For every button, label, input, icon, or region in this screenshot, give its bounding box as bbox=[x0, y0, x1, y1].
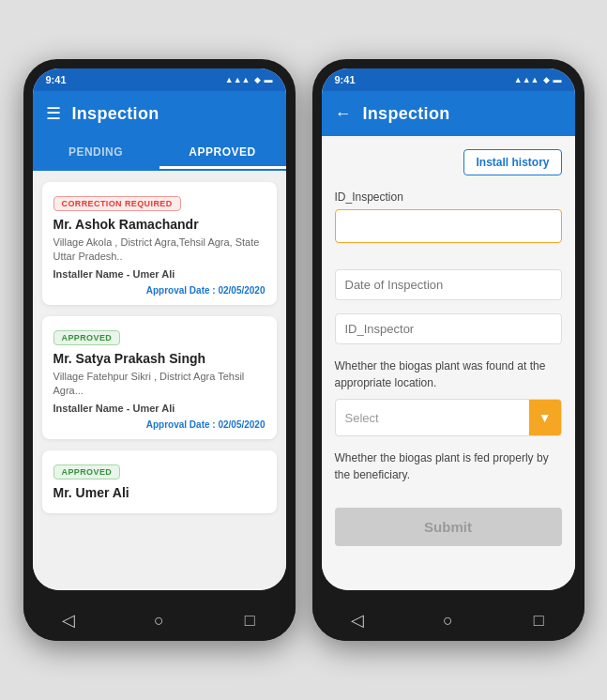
left-status-bar: 9:41 ▲▲▲ ◆ ▬ bbox=[33, 68, 286, 91]
card-installer-1: Installer Name - Umer Ali bbox=[53, 268, 266, 280]
right-app-bar: ← Inspection bbox=[322, 91, 575, 136]
right-status-icons: ▲▲▲ ◆ ▬ bbox=[514, 75, 562, 84]
card-address-1: Village Akola , District Agra,Tehsil Agr… bbox=[53, 236, 266, 265]
submit-button[interactable]: Submit bbox=[335, 508, 562, 546]
back-nav-icon[interactable]: ◁ bbox=[50, 607, 87, 633]
left-wifi-icon: ◆ bbox=[254, 75, 261, 84]
card-address-2: Village Fatehpur Sikri , District Agra T… bbox=[53, 370, 266, 399]
question1-text: Whether the biogas plant was found at th… bbox=[335, 358, 562, 391]
recents-nav-icon[interactable]: □ bbox=[231, 607, 268, 633]
question1-group: Whether the biogas plant was found at th… bbox=[335, 358, 562, 436]
left-bottom-nav: ◁ ○ □ bbox=[23, 600, 296, 641]
right-back-nav-icon[interactable]: ◁ bbox=[339, 607, 376, 633]
right-bottom-nav: ◁ ○ □ bbox=[312, 600, 584, 641]
id-inspector-field-group bbox=[335, 313, 562, 344]
right-status-time: 9:41 bbox=[335, 74, 356, 85]
left-app-bar: ☰ Inspection bbox=[33, 91, 286, 136]
card-installer-2: Installer Name - Umer Ali bbox=[53, 403, 266, 414]
right-battery-icon: ▬ bbox=[554, 75, 562, 84]
date-inspection-input[interactable] bbox=[335, 269, 562, 300]
tab-pending[interactable]: PENDING bbox=[33, 136, 159, 169]
right-recents-nav-icon[interactable]: □ bbox=[520, 607, 557, 633]
right-wifi-icon: ◆ bbox=[543, 75, 550, 84]
id-inspector-input[interactable] bbox=[335, 313, 562, 344]
question1-select-text: Select bbox=[336, 403, 529, 433]
chevron-down-icon: ▼ bbox=[539, 410, 552, 425]
card-2[interactable]: APPROVED Mr. Satya Prakash Singh Village… bbox=[42, 316, 277, 439]
hamburger-icon[interactable]: ☰ bbox=[46, 103, 61, 124]
question2-group: Whether the biogas plant is fed properly… bbox=[335, 449, 562, 491]
right-app-title: Inspection bbox=[363, 104, 450, 124]
scene: 9:41 ▲▲▲ ◆ ▬ ☰ Inspection PENDING APPROV… bbox=[0, 0, 607, 700]
question2-text: Whether the biogas plant is fed properly… bbox=[335, 449, 562, 483]
left-status-time: 9:41 bbox=[46, 74, 67, 85]
left-battery-icon: ▬ bbox=[265, 75, 273, 84]
left-signal-icon: ▲▲▲ bbox=[225, 75, 250, 84]
badge-correction-1: CORRECTION REQUIRED bbox=[53, 196, 181, 211]
id-inspection-input-wrapper bbox=[335, 209, 562, 243]
card-name-2: Mr. Satya Prakash Singh bbox=[53, 351, 266, 366]
id-inspection-field-group: ID_Inspection bbox=[335, 190, 562, 256]
left-phone-inner: 9:41 ▲▲▲ ◆ ▬ ☰ Inspection PENDING APPROV… bbox=[33, 68, 286, 590]
card-1[interactable]: CORRECTION REQUIRED Mr. Ashok Ramachandr… bbox=[42, 182, 277, 305]
left-phone: 9:41 ▲▲▲ ◆ ▬ ☰ Inspection PENDING APPROV… bbox=[23, 59, 296, 641]
right-home-nav-icon[interactable]: ○ bbox=[429, 607, 466, 633]
question1-dropdown-arrow[interactable]: ▼ bbox=[529, 400, 561, 435]
home-nav-icon[interactable]: ○ bbox=[140, 607, 177, 633]
right-signal-icon: ▲▲▲ bbox=[514, 75, 539, 84]
card-3[interactable]: APPROVED Mr. Umer Ali bbox=[42, 450, 277, 513]
badge-approved-3: APPROVED bbox=[53, 464, 121, 479]
right-phone: 9:41 ▲▲▲ ◆ ▬ ← Inspection Install histor… bbox=[312, 59, 584, 641]
id-inspection-input[interactable] bbox=[345, 220, 552, 234]
question1-select-wrapper[interactable]: Select ▼ bbox=[335, 399, 562, 436]
back-arrow-icon[interactable]: ← bbox=[335, 104, 352, 124]
right-phone-inner: 9:41 ▲▲▲ ◆ ▬ ← Inspection Install histor… bbox=[322, 68, 575, 590]
left-status-icons: ▲▲▲ ◆ ▬ bbox=[225, 75, 273, 84]
install-history-button[interactable]: Install history bbox=[463, 149, 561, 175]
id-inspection-label: ID_Inspection bbox=[335, 190, 562, 204]
card-date-1: Approval Date : 02/05/2020 bbox=[53, 285, 266, 296]
right-status-bar: 9:41 ▲▲▲ ◆ ▬ bbox=[322, 68, 575, 91]
card-name-1: Mr. Ashok Ramachandr bbox=[53, 217, 266, 232]
date-inspection-field-group bbox=[335, 269, 562, 300]
tabs-bar: PENDING APPROVED bbox=[33, 136, 286, 171]
tab-approved[interactable]: APPROVED bbox=[159, 136, 286, 169]
inspection-form: Install history ID_Inspection bbox=[322, 136, 575, 590]
card-date-2: Approval Date : 02/05/2020 bbox=[53, 419, 266, 430]
card-name-3: Mr. Umer Ali bbox=[53, 485, 266, 500]
badge-approved-2: APPROVED bbox=[53, 330, 121, 345]
cards-list: CORRECTION REQUIRED Mr. Ashok Ramachandr… bbox=[33, 171, 286, 590]
left-app-title: Inspection bbox=[72, 104, 159, 124]
